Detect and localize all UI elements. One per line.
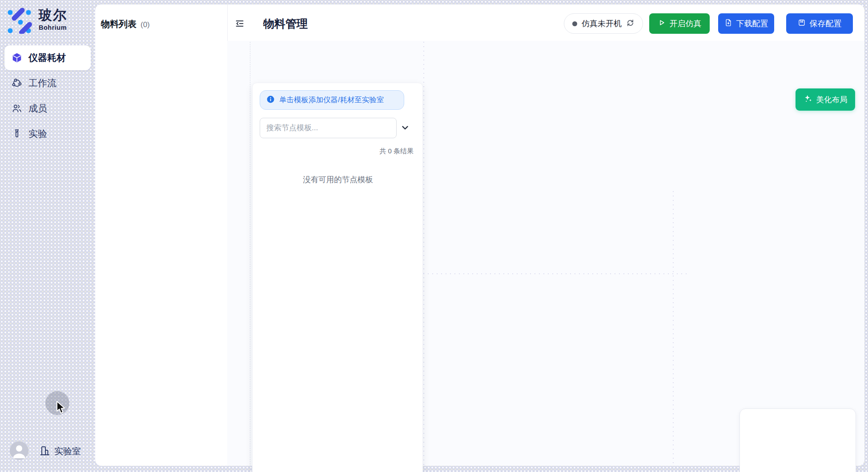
main-area: 物料管理 仿真未开机 xyxy=(227,4,864,466)
sidebar-item-members[interactable]: 成员 xyxy=(4,96,91,121)
download-config-button[interactable]: 下载配置 xyxy=(718,13,774,34)
app-root: 玻尔 Bohrium 仪器耗材 xyxy=(0,0,868,472)
header-controls: 仿真未开机 开启仿真 xyxy=(564,13,853,34)
sparkles-icon xyxy=(804,94,813,105)
canvas-left-border xyxy=(250,42,250,472)
simulation-status-pill[interactable]: 仿真未开机 xyxy=(564,13,643,34)
cursor-pointer xyxy=(55,400,68,415)
node-template-panel: 单击模板添加仪器/耗材至实验室 共 0 条结果 没有可用的节点模板 xyxy=(252,83,423,472)
sidebar-item-label: 成员 xyxy=(28,102,47,115)
sidebar-footer: 实验室 xyxy=(0,439,95,464)
info-icon xyxy=(266,95,275,105)
brand-subtitle: Bohrium xyxy=(39,24,67,31)
material-list-panel: 物料列表 (0) xyxy=(95,4,228,466)
sidebar: 玻尔 Bohrium 仪器耗材 xyxy=(0,0,95,472)
bohrium-logo-icon xyxy=(7,7,33,36)
menu-fold-icon[interactable] xyxy=(235,19,244,28)
cube-icon xyxy=(12,52,22,63)
template-search-row xyxy=(260,118,416,138)
building-icon xyxy=(39,445,51,456)
material-list-header: 物料列表 (0) xyxy=(101,18,150,30)
start-simulation-label: 开启仿真 xyxy=(670,18,702,29)
expand-filters-button[interactable] xyxy=(397,118,414,138)
sidebar-item-label: 实验 xyxy=(28,128,47,140)
users-icon xyxy=(12,103,22,114)
sidebar-item-label: 工作流 xyxy=(28,77,56,89)
hint-banner: 单击模板添加仪器/耗材至实验室 xyxy=(260,90,404,110)
status-label: 仿真未开机 xyxy=(582,18,622,29)
lab-switcher[interactable]: 实验室 xyxy=(54,445,81,457)
save-config-label: 保存配置 xyxy=(810,18,842,29)
material-list-title: 物料列表 xyxy=(101,18,137,30)
chevron-down-icon xyxy=(400,123,410,134)
status-dot-icon xyxy=(572,21,577,26)
brand-name: 玻尔 xyxy=(39,7,67,23)
sidebar-item-workflow[interactable]: 工作流 xyxy=(4,71,91,96)
brand: 玻尔 Bohrium xyxy=(7,7,67,36)
beautify-layout-button[interactable]: 美化布局 xyxy=(796,88,855,111)
sidebar-item-experiment[interactable]: 实验 xyxy=(4,121,91,146)
file-download-icon xyxy=(724,19,732,29)
play-icon xyxy=(658,19,666,29)
empty-state-text: 没有可用的节点模板 xyxy=(253,174,423,185)
result-count: 共 0 条结果 xyxy=(260,147,414,156)
workflow-icon xyxy=(12,78,22,88)
download-config-label: 下载配置 xyxy=(736,18,768,29)
sidebar-item-label: 仪器耗材 xyxy=(28,52,66,64)
page-title: 物料管理 xyxy=(263,16,308,31)
sidebar-item-instruments[interactable]: 仪器耗材 xyxy=(4,45,91,70)
beautify-layout-label: 美化布局 xyxy=(816,94,848,105)
avatar[interactable] xyxy=(10,441,28,460)
hint-banner-text: 单击模板添加仪器/耗材至实验室 xyxy=(279,95,384,105)
canvas-grid-line xyxy=(673,191,674,466)
minimap[interactable] xyxy=(739,408,856,472)
save-icon xyxy=(798,19,806,29)
canvas-grid-line xyxy=(423,42,424,466)
start-simulation-button[interactable]: 开启仿真 xyxy=(649,13,710,34)
test-tube-icon xyxy=(12,128,22,139)
refresh-icon[interactable] xyxy=(626,19,635,29)
sidebar-nav: 仪器耗材 工作流 xyxy=(4,45,91,147)
save-config-button[interactable]: 保存配置 xyxy=(786,13,853,34)
canvas-grid-line xyxy=(423,273,688,274)
flow-canvas[interactable]: 单击模板添加仪器/耗材至实验室 共 0 条结果 没有可用的节点模板 xyxy=(227,41,864,466)
material-list-count: (0) xyxy=(141,20,150,29)
template-search-input[interactable] xyxy=(260,118,397,138)
